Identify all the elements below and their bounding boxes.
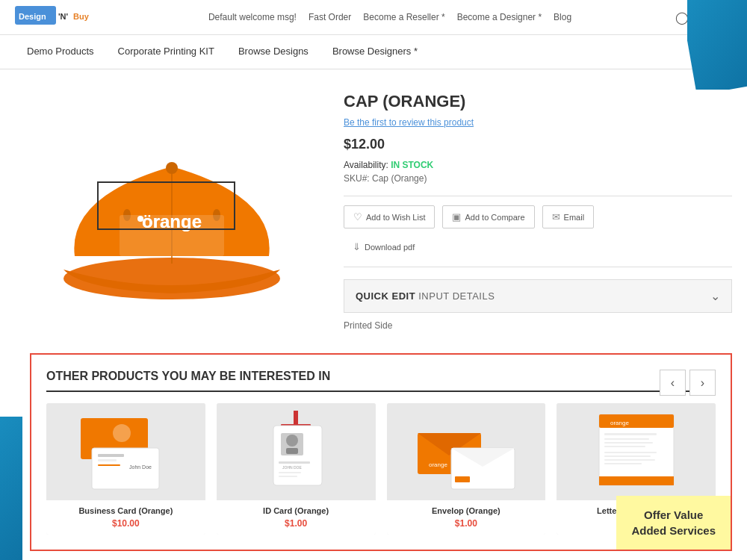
product-card-info-2: Envelop (Orange) $1.00 [387, 500, 546, 535]
svg-rect-42 [604, 442, 653, 444]
product-details: CAP (ORANGE) Be the first to review this… [344, 92, 732, 331]
product-card-img-3: orange [557, 403, 716, 500]
svg-rect-44 [604, 452, 657, 453]
related-products-section: OTHER PRODUCTS YOU MAY BE INTERESTED IN … [30, 353, 732, 551]
product-card-name-0: Business Card (Orange) [52, 506, 199, 515]
fast-order-link[interactable]: Fast Order [309, 12, 351, 22]
product-card-price-1: $1.00 [223, 518, 370, 529]
product-card-price-2: $1.00 [393, 518, 540, 529]
svg-point-12 [137, 216, 143, 222]
sku-row: SKU#: Cap (Orange) [344, 173, 732, 184]
svg-rect-43 [604, 446, 645, 447]
svg-rect-20 [98, 464, 120, 466]
heart-icon: ♡ [353, 211, 362, 223]
product-title: CAP (ORANGE) [344, 92, 732, 111]
availability-row: Availability: IN STOCK [344, 160, 732, 170]
email-button[interactable]: ✉ Email [542, 205, 595, 228]
product-price: $12.00 [344, 137, 732, 152]
svg-rect-36 [455, 476, 470, 482]
product-card-img-1: JOHN DOE [217, 403, 376, 500]
nav-browse-designs[interactable]: Browse Designs [226, 35, 320, 69]
action-buttons: ♡ Add to Wish List ▣ Add to Compare ✉ Em… [344, 205, 732, 228]
related-nav-arrows: ‹ › [660, 370, 716, 396]
related-section-title: OTHER PRODUCTS YOU MAY BE INTERESTED IN [46, 370, 716, 392]
svg-text:orange: orange [142, 211, 202, 231]
quick-edit-bar[interactable]: QUICK EDIT INPUT DETAILS ⌄ [344, 279, 732, 313]
svg-point-25 [286, 435, 298, 447]
svg-rect-46 [604, 459, 655, 461]
related-products-list: orange John Doe Business Card (Orange) $… [46, 403, 716, 535]
product-image-section: örange orange [30, 92, 314, 331]
blue-corner-top-decoration [687, 0, 747, 90]
offer-badge-line1: Offer Value [644, 508, 703, 521]
next-arrow-button[interactable]: › [689, 370, 716, 396]
svg-rect-18 [98, 459, 117, 461]
quick-edit-sub: INPUT DETAILS [418, 290, 495, 302]
svg-point-14 [113, 424, 131, 442]
svg-text:orange: orange [429, 461, 447, 468]
product-card-name-1: ID Card (Orange) [223, 506, 370, 515]
sku-value: Cap (Orange) [372, 173, 427, 184]
download-icon: ⇓ [353, 241, 361, 252]
blue-corner-bottom-decoration [0, 417, 22, 560]
product-card-price-0: $10.00 [52, 518, 199, 529]
business-card-img: orange John Doe [69, 411, 182, 493]
printed-side-label: Printed Side [344, 320, 732, 331]
availability-label: Availability: [344, 160, 388, 170]
top-bar: Design 'N' Buy Default welcome msg! Fast… [0, 0, 747, 35]
svg-rect-47 [604, 463, 642, 464]
nav-bar: Demo Products Corporate Printing KIT Bro… [0, 35, 747, 69]
svg-text:'N': 'N' [58, 12, 69, 21]
product-card-info-0: Business Card (Orange) $10.00 [46, 500, 205, 535]
top-links: Default welcome msg! Fast Order Become a… [208, 12, 571, 22]
svg-rect-21 [294, 411, 298, 426]
product-image-wrapper: örange orange [30, 92, 314, 331]
nav-demo-products[interactable]: Demo Products [15, 35, 106, 69]
blog-link[interactable]: Blog [554, 12, 571, 22]
product-image: örange orange [52, 107, 291, 316]
svg-rect-17 [98, 454, 124, 457]
product-card-img-0: orange John Doe [46, 403, 205, 500]
svg-text:orange: orange [610, 420, 629, 426]
designer-link[interactable]: Become a Designer * [457, 12, 542, 22]
svg-text:John Doe: John Doe [129, 464, 152, 470]
related-product-0[interactable]: orange John Doe Business Card (Orange) $… [46, 403, 205, 535]
wishlist-button[interactable]: ♡ Add to Wish List [344, 205, 435, 228]
svg-text:JOHN DOE: JOHN DOE [282, 465, 303, 470]
related-product-2[interactable]: orange Envelop (Orange) $1.00 [387, 403, 546, 535]
svg-rect-29 [279, 472, 301, 473]
welcome-msg: Default welcome msg! [208, 12, 297, 22]
svg-rect-27 [279, 461, 310, 464]
svg-text:Buy: Buy [73, 12, 90, 21]
sku-label: SKU#: [344, 173, 370, 184]
reseller-link[interactable]: Become a Reseller * [363, 12, 444, 22]
svg-rect-41 [604, 438, 649, 440]
envelope-img: orange [410, 411, 522, 493]
offer-badge: Offer Value Added Services [616, 496, 731, 550]
quick-edit-label: QUICK EDIT INPUT DETAILS [356, 290, 495, 302]
offer-badge-line2: Added Services [631, 524, 716, 537]
svg-text:Design: Design [19, 12, 46, 21]
compare-icon: ▣ [452, 211, 461, 223]
divider-2 [344, 267, 732, 267]
compare-button[interactable]: ▣ Add to Compare [442, 205, 534, 228]
download-pdf-button[interactable]: ⇓ Download pdf [344, 236, 424, 258]
letterhead-img: orange [580, 411, 692, 493]
related-product-1[interactable]: JOHN DOE ID Card (Orange) $1.00 [217, 403, 376, 535]
product-card-info-1: ID Card (Orange) $1.00 [217, 500, 376, 535]
product-card-name-2: Envelop (Orange) [393, 506, 540, 515]
page-wrapper: Design 'N' Buy Default welcome msg! Fast… [0, 0, 747, 560]
svg-rect-48 [599, 476, 674, 485]
nav-browse-designers[interactable]: Browse Designers * [320, 35, 430, 69]
prev-arrow-button[interactable]: ‹ [660, 370, 686, 396]
review-link[interactable]: Be the first to review this product [344, 117, 732, 128]
id-card-img: JOHN DOE [240, 411, 352, 493]
chevron-down-icon: ⌄ [710, 289, 720, 303]
logo: Design 'N' Buy [15, 6, 105, 28]
svg-rect-30 [279, 476, 297, 477]
logo-svg: Design 'N' Buy [15, 6, 105, 28]
nav-corporate-printing[interactable]: Corporate Printing KIT [106, 35, 226, 69]
product-card-img-2: orange [387, 403, 546, 500]
availability-value: IN STOCK [391, 160, 433, 170]
svg-rect-40 [604, 433, 657, 435]
